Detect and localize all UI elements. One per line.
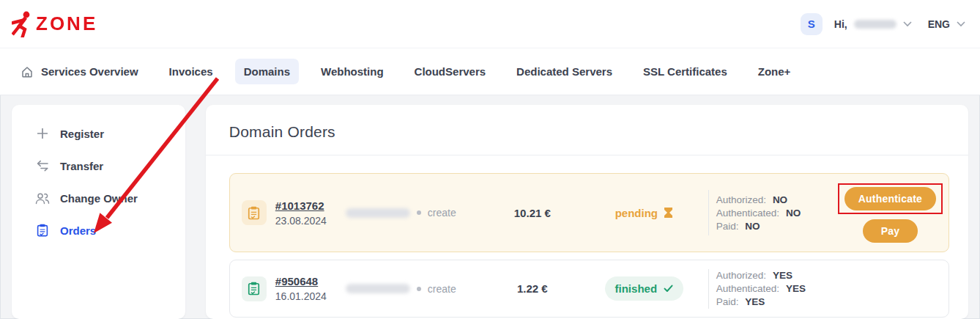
- greeting-text: Hi,: [834, 18, 847, 30]
- nav-item-invoices[interactable]: Invoices: [160, 59, 222, 84]
- order-clipboard-icon: [242, 200, 267, 225]
- user-menu[interactable]: Hi,: [834, 18, 912, 30]
- nav-item-cloudservers[interactable]: CloudServers: [406, 59, 495, 84]
- authenticated-label: Authenticated:: [716, 208, 779, 219]
- home-icon: [21, 65, 34, 78]
- check-icon: [664, 285, 673, 293]
- order-price: 10.21 €: [485, 207, 580, 219]
- paid-value: NO: [745, 221, 760, 232]
- sidebar-item-change-owner[interactable]: Change Owner: [12, 182, 185, 214]
- chevron-down-icon: [903, 21, 912, 27]
- order-action: create: [428, 207, 456, 219]
- domain-orders-panel: Domain Orders: [206, 105, 968, 319]
- page-title: Domain Orders: [229, 123, 945, 141]
- order-clipboard-icon: [242, 276, 267, 301]
- paid-label: Paid:: [716, 221, 739, 232]
- authorized-label: Authorized:: [716, 270, 766, 281]
- sidebar-item-orders[interactable]: Orders: [12, 214, 185, 246]
- redacted-domain: [346, 208, 410, 218]
- authenticated-label: Authenticated:: [716, 283, 779, 294]
- chevron-down-icon: [957, 21, 965, 27]
- runner-icon: [12, 11, 31, 37]
- paid-label: Paid:: [716, 296, 739, 307]
- authenticated-value: NO: [786, 208, 801, 219]
- order-date: 16.01.2024: [275, 290, 346, 302]
- top-header: ZONE S Hi, ENG: [0, 0, 980, 48]
- nav-item-services-overview[interactable]: Services Overview: [12, 59, 147, 85]
- language-selector[interactable]: ENG: [928, 18, 965, 30]
- sidebar: Register Transfer: [12, 105, 185, 319]
- users-icon: [35, 192, 50, 205]
- order-id-link[interactable]: #1013762: [275, 199, 324, 212]
- orders-list: #1013762 23.08.2024 create 10.21 € pendi…: [206, 155, 968, 318]
- redacted-username: [854, 20, 897, 29]
- panel-header: Domain Orders: [206, 105, 968, 155]
- dot-separator: [417, 287, 421, 291]
- language-label: ENG: [928, 18, 950, 30]
- order-date: 23.08.2024: [275, 215, 346, 227]
- avatar-initial: S: [808, 18, 815, 30]
- paid-value: YES: [745, 296, 765, 307]
- order-row-pending: #1013762 23.08.2024 create 10.21 € pendi…: [229, 173, 949, 252]
- order-price: 1.22 €: [485, 282, 580, 295]
- authorized-label: Authorized:: [716, 194, 766, 205]
- nav-item-webhosting[interactable]: Webhosting: [312, 59, 393, 84]
- authenticate-button[interactable]: Authenticate: [844, 187, 936, 210]
- sidebar-item-register[interactable]: Register: [12, 117, 185, 150]
- content-area: Register Transfer: [0, 95, 980, 319]
- status-badge: finished: [605, 276, 684, 301]
- brand-name: ZONE: [36, 13, 97, 35]
- order-row-finished: #950648 16.01.2024 create 1.22 € finishe…: [229, 260, 949, 318]
- authorized-value: YES: [773, 270, 792, 281]
- nav-item-domains[interactable]: Domains: [235, 59, 299, 84]
- hourglass-icon: [664, 207, 673, 219]
- nav-item-ssl-certificates[interactable]: SSL Certificates: [634, 59, 736, 84]
- order-action: create: [428, 283, 456, 295]
- plus-icon: [35, 127, 50, 140]
- nav-item-zone-plus[interactable]: Zone+: [749, 59, 800, 84]
- pay-button[interactable]: Pay: [863, 219, 918, 243]
- transfer-arrows-icon: [35, 160, 50, 172]
- sidebar-item-transfer[interactable]: Transfer: [12, 150, 185, 182]
- page: ZONE S Hi, ENG: [0, 0, 980, 319]
- main-nav: Services Overview Invoices Domains Webho…: [0, 48, 980, 95]
- redacted-domain: [346, 284, 410, 293]
- order-id-link[interactable]: #950648: [275, 275, 318, 287]
- dot-separator: [417, 210, 421, 215]
- authenticated-value: YES: [786, 283, 806, 294]
- status-badge: pending: [615, 207, 658, 219]
- authorized-value: NO: [773, 194, 787, 205]
- annotation-highlight-box: Authenticate: [838, 183, 943, 214]
- avatar[interactable]: S: [801, 13, 823, 35]
- clipboard-icon: [35, 224, 50, 237]
- header-right: S Hi, ENG: [801, 13, 965, 35]
- zone-logo[interactable]: ZONE: [12, 11, 97, 37]
- nav-item-dedicated-servers[interactable]: Dedicated Servers: [508, 59, 621, 84]
